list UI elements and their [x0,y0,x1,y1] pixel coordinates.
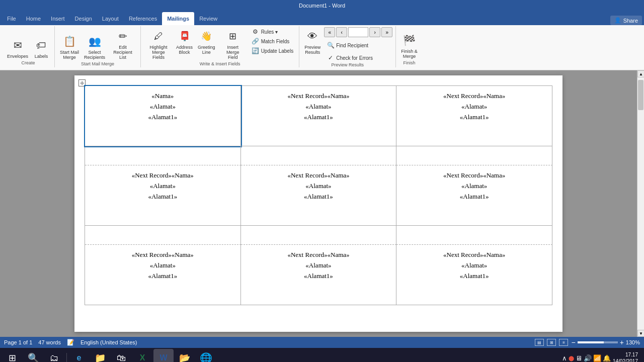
field-nama-r0c0: «Nama» [148,91,177,102]
start-mail-merge-buttons: 📋 Start MailMerge 👥 SelectRecipients ✏ E… [58,27,137,61]
insert-merge-field-label: Insert MergeField [220,45,246,60]
label-cell-r0c2[interactable]: «Next Record»«Nama» «Alamat» «Alamat1» [396,86,552,146]
field-alamat1-r2c2: «Alamat1» [443,192,505,202]
update-labels-button[interactable]: 🔄 Update Labels [249,46,296,55]
label-cell-r2c0[interactable]: «Next Record»«Nama» «Alamat» «Alamat1» [85,165,241,226]
address-block-button[interactable]: 📮 AddressBlock [174,27,195,61]
zoom-in-button[interactable]: + [620,338,624,346]
address-block-label: AddressBlock [176,45,193,55]
spacer-r3c1 [241,226,397,245]
cell-content-r4c1: «Next Record»«Nama» «Alamat» «Alamat1» [287,250,349,281]
insert-merge-field-icon: ⊞ [225,28,241,44]
field-alamat1-r0c2: «Alamat1» [443,112,505,123]
finish-merge-button[interactable]: 🏁 Finish &Merge [399,31,420,60]
web-view-button[interactable]: ⊞ [547,339,556,346]
field-alamat-r0c1: «Alamat» [287,102,349,112]
edit-recipient-list-button[interactable]: ✏ EditRecipient List [108,27,137,61]
tab-layout[interactable]: Layout [97,12,124,25]
select-recipients-label: SelectRecipients [84,50,105,60]
nav-next-button[interactable]: › [369,27,380,37]
scroll-up-button[interactable]: ▲ [637,70,644,77]
highlight-merge-fields-button[interactable]: 🖊 HighlightMerge Fields [144,27,173,61]
scroll-thumb[interactable] [638,80,643,110]
check-errors-label: Check for Errors [336,55,373,61]
tray-arrow[interactable]: ∧ [562,354,567,362]
rules-button[interactable]: ⚙ Rules ▾ [249,27,296,36]
cell-content-r0c1: «Next Record»«Nama» «Alamat» «Alamat1» [287,91,349,122]
greeting-line-button[interactable]: 👋 GreetingLine [196,27,217,61]
document-area: ✛ «Nama» «Alamat» «Alamat1» «Next Record… [0,70,637,337]
status-left: Page 1 of 1 47 words 📝 English (United S… [4,339,137,346]
tab-file[interactable]: File [2,12,21,25]
cell-content-r2c0: «Next Record»«Nama» «Alamat» «Alamat1» [132,170,194,202]
spacer-r3c2 [396,226,552,245]
labels-button[interactable]: 🏷 Labels [31,36,51,60]
match-fields-button[interactable]: 🔗 Match Fields [249,37,296,46]
edit-recipient-list-icon: ✏ [115,28,131,44]
excel-button[interactable]: X [132,349,152,362]
label-cell-r0c1[interactable]: «Next Record»«Nama» «Alamat» «Alamat1» [241,86,397,146]
zoom-out-button[interactable]: − [571,338,575,346]
find-recipient-button[interactable]: 🔍 Find Recipient [324,41,392,50]
scroll-track[interactable] [637,77,644,330]
start-mail-merge-button[interactable]: 📋 Start MailMerge [58,32,81,61]
tab-insert[interactable]: Insert [46,12,70,25]
preview-group-label: Preview Results [331,62,364,68]
envelopes-button[interactable]: ✉ Envelopes [5,36,30,60]
field-alamat-r4c0: «Alamat» [132,260,194,271]
label-cell-r4c1[interactable]: «Next Record»«Nama» «Alamat» «Alamat1» [241,245,397,305]
rules-icon: ⚙ [252,28,260,35]
nav-last-button[interactable]: » [381,27,392,37]
field-nextrecord-nama-r4c2: «Next Record»«Nama» [443,250,505,260]
tab-references[interactable]: References [124,12,162,25]
search-button[interactable]: 🔍 [23,349,43,362]
preview-results-icon: 👁 [304,28,320,44]
preview-nav-row: « ‹ › » [324,27,392,37]
tab-home[interactable]: Home [21,12,46,25]
greeting-line-icon: 👋 [198,28,214,44]
preview-record-input[interactable] [348,27,368,37]
share-button[interactable]: 👤 Share [610,16,642,25]
task-view-button[interactable]: 🗂 [44,349,64,362]
nav-prev-button[interactable]: ‹ [336,27,347,37]
spacer-r1c0 [85,146,241,165]
corner-handle[interactable]: ✛ [78,79,86,86]
zoom-slider-fill [578,341,604,343]
labels-icon: 🏷 [33,37,49,53]
insert-merge-field-button[interactable]: ⊞ Insert MergeField [218,27,248,61]
explorer-button[interactable]: 📁 [90,349,110,362]
greeting-line-label: GreetingLine [198,45,215,55]
scroll-down-button[interactable]: ▼ [637,330,644,337]
edge-button[interactable]: e [69,349,89,362]
zoom-level: 130% [626,339,640,345]
label-cell-r4c2[interactable]: «Next Record»«Nama» «Alamat» «Alamat1» [396,245,552,305]
spell-check-icon[interactable]: 📝 [67,339,74,346]
label-cell-r2c2[interactable]: «Next Record»«Nama» «Alamat» «Alamat1» [396,165,552,226]
find-recipient-label: Find Recipient [336,43,368,48]
start-button[interactable]: ⊞ [2,349,22,362]
cell-content-r0c0: «Nama» «Alamat» «Alamat1» [148,91,177,122]
word-button[interactable]: W [153,349,174,362]
check-errors-button[interactable]: ✓ Check for Errors [324,53,392,62]
label-cell-r4c0[interactable]: «Next Record»«Nama» «Alamat» «Alamat1» [85,245,241,305]
tab-mailings[interactable]: Mailings [162,12,194,25]
zoom-bar: − + 130% [571,338,640,346]
tab-design[interactable]: Design [70,12,97,25]
chrome-button[interactable]: 🌐 [196,349,216,362]
label-cell-r0c0[interactable]: «Nama» «Alamat» «Alamat1» [85,86,241,146]
preview-results-button[interactable]: 👁 PreviewResults [302,27,323,56]
field-alamat1-r0c0: «Alamat1» [148,112,177,123]
label-cell-r2c1[interactable]: «Next Record»«Nama» «Alamat» «Alamat1» [241,165,397,226]
title-bar: Document1 - Word [0,0,644,11]
zoom-slider[interactable] [578,341,618,343]
select-recipients-button[interactable]: 👥 SelectRecipients [82,32,107,61]
share-label: Share [623,18,638,24]
file-manager-button[interactable]: 📂 [175,349,195,362]
clock: 17.17 14/02/2017 [613,351,638,362]
store-button[interactable]: 🛍 [111,349,131,362]
read-view-button[interactable]: ≡ [559,339,568,346]
nav-first-button[interactable]: « [324,27,335,37]
tab-review[interactable]: Review [194,12,222,25]
print-view-button[interactable]: ▤ [535,339,544,346]
ribbon-content: ✉ Envelopes 🏷 Labels Create 📋 Start Mail… [0,25,644,70]
